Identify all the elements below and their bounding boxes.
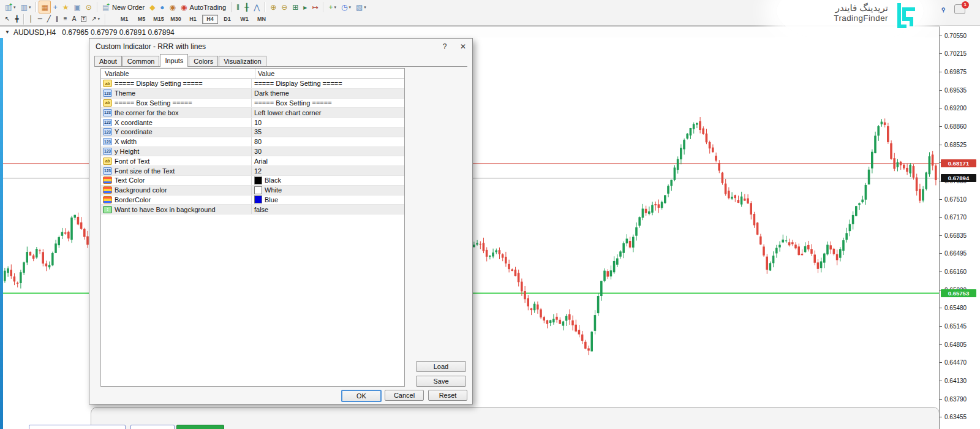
chart-collapse-icon[interactable]: ▼: [5, 29, 10, 35]
value-cell[interactable]: 30: [252, 147, 404, 156]
value-cell[interactable]: Blue: [252, 196, 404, 205]
input-row[interactable]: Background colorWhite: [101, 186, 404, 196]
input-row[interactable]: BorderColorBlue: [101, 196, 404, 205]
value-cell[interactable]: ===== Display Setting =====: [252, 79, 404, 88]
fibonacci-button[interactable]: ≡: [61, 14, 70, 24]
zoom-in-button[interactable]: ⊕: [268, 1, 279, 13]
input-row[interactable]: 123Y coordinate35: [101, 127, 404, 137]
tab-visualization[interactable]: Visualization: [219, 56, 266, 67]
string-param-icon: ab: [103, 99, 112, 107]
navigator-button[interactable]: ★: [60, 1, 72, 13]
timeframe-h4-button[interactable]: H4: [202, 15, 218, 24]
community-button[interactable]: ●: [157, 1, 167, 13]
dialog-close-button[interactable]: ✕: [454, 40, 472, 53]
value-cell[interactable]: ===== Box Setting =====: [252, 99, 404, 108]
new-chart-dropdown-icon[interactable]: ▾: [13, 5, 16, 10]
input-row[interactable]: abFont of TextArial: [101, 156, 404, 166]
crosshair-button[interactable]: ╋: [12, 14, 21, 24]
toolbar-divider: [105, 14, 105, 25]
candlestick-chart-button[interactable]: ╂: [242, 1, 251, 13]
timeframe-m15-button[interactable]: M15: [151, 15, 167, 24]
input-row[interactable]: 123Font size of the Text12: [101, 166, 404, 176]
arrows-dropdown-icon[interactable]: ▾: [98, 17, 100, 21]
new-chart-button[interactable]: ▥+▾: [2, 1, 18, 13]
periods-button[interactable]: ◷▾: [339, 1, 353, 13]
price-axis[interactable]: 0.705500.702150.698750.695350.692000.688…: [939, 26, 980, 429]
input-row[interactable]: 123X width80: [101, 137, 404, 147]
label-button[interactable]: T: [78, 14, 89, 24]
bar-chart-button[interactable]: ‖: [234, 1, 242, 13]
trendline-button[interactable]: ╱: [45, 14, 53, 24]
value-cell[interactable]: 10: [252, 118, 404, 127]
input-row[interactable]: ab===== Display Setting ========== Displ…: [101, 79, 404, 89]
timeframe-m30-button[interactable]: M30: [168, 15, 184, 24]
auto-scroll-button[interactable]: ▸: [301, 1, 309, 13]
horizontal-line-button[interactable]: ─: [36, 14, 45, 24]
profiles-dropdown-icon[interactable]: ▾: [29, 5, 31, 10]
ok-button[interactable]: OK: [341, 390, 382, 402]
metaeditor-button[interactable]: ◆: [147, 1, 157, 13]
text-icon: A: [72, 16, 77, 22]
data-window-button[interactable]: +: [51, 1, 60, 13]
vertical-line-button[interactable]: │: [26, 14, 35, 24]
partial-button[interactable]: [29, 425, 126, 429]
tab-inputs[interactable]: Inputs: [160, 54, 188, 67]
line-chart-button[interactable]: ⋀: [251, 1, 262, 13]
input-row[interactable]: 123the corner for the boxLeft lower char…: [101, 108, 404, 118]
value-text: 12: [254, 167, 262, 175]
value-cell[interactable]: Left lower chart corner: [252, 108, 404, 117]
globe-button[interactable]: ◉: [167, 1, 178, 13]
text-button[interactable]: A: [70, 14, 79, 24]
tab-common[interactable]: Common: [123, 56, 160, 67]
value-cell[interactable]: Arial: [252, 156, 404, 165]
value-cell[interactable]: false: [252, 205, 404, 214]
value-cell[interactable]: 35: [252, 127, 404, 137]
value-cell[interactable]: 80: [252, 137, 404, 146]
timeframe-h1-button[interactable]: H1: [185, 15, 201, 24]
partial-button[interactable]: [130, 425, 175, 429]
profiles-button[interactable]: ▥▾: [18, 1, 34, 13]
value-cell[interactable]: White: [252, 186, 404, 195]
equidistant-channel-button[interactable]: ∥: [53, 14, 61, 24]
cursor-button[interactable]: ↖: [2, 14, 12, 24]
input-row[interactable]: 123ThemeDark theme: [101, 89, 404, 99]
save-button[interactable]: Save: [416, 376, 466, 387]
timeframe-m1-button[interactable]: M1: [116, 15, 132, 24]
partial-button[interactable]: [176, 425, 224, 429]
input-row[interactable]: Text ColorBlack: [101, 176, 404, 186]
market-watch-button[interactable]: ▦: [39, 1, 50, 13]
input-row[interactable]: 123X coordiante10: [101, 118, 404, 127]
reset-button[interactable]: Reset: [428, 390, 467, 401]
dialog-title-bar[interactable]: Custom Indicator - RRR with lines ? ✕: [89, 39, 472, 55]
templates-button[interactable]: ▧▾: [353, 1, 369, 13]
periods-dropdown-icon[interactable]: ▾: [349, 5, 351, 10]
variable-name: Y coordinate: [115, 128, 153, 135]
chart-shift-button[interactable]: ↦: [309, 1, 320, 13]
new-order-button[interactable]: ▤+New Order: [100, 1, 147, 13]
templates-dropdown-icon[interactable]: ▾: [364, 5, 366, 10]
input-row[interactable]: ↕Want to have Box in bagckgroundfalse: [101, 205, 404, 214]
strategy-tester-button[interactable]: ⊙: [83, 1, 94, 13]
terminal-button[interactable]: ▣: [72, 1, 83, 13]
value-cell[interactable]: Dark theme: [252, 89, 404, 98]
value-cell[interactable]: Black: [252, 176, 404, 185]
timeframe-w1-button[interactable]: W1: [236, 15, 252, 24]
input-row[interactable]: ab===== Box Setting ========== Box Setti…: [101, 99, 404, 108]
tile-windows-button[interactable]: ⊞: [290, 1, 301, 13]
timeframe-d1-button[interactable]: D1: [219, 15, 235, 24]
cancel-button[interactable]: Cancel: [385, 390, 424, 401]
tab-colors[interactable]: Colors: [189, 56, 218, 67]
zoom-out-button[interactable]: ⊖: [279, 1, 290, 13]
notification-icon[interactable]: 1: [954, 4, 965, 14]
arrows-button[interactable]: ↗▾: [89, 14, 102, 24]
tab-about[interactable]: About: [94, 56, 122, 67]
timeframe-m5-button[interactable]: M5: [134, 15, 149, 24]
indicators-button[interactable]: +▾: [326, 1, 339, 13]
indicators-dropdown-icon[interactable]: ▾: [334, 5, 336, 10]
autotrading-button[interactable]: ◉AutoTrading: [178, 1, 228, 13]
timeframe-mn-button[interactable]: MN: [254, 15, 270, 24]
load-button[interactable]: Load: [416, 361, 466, 372]
value-cell[interactable]: 12: [252, 166, 404, 175]
dialog-help-button[interactable]: ?: [435, 40, 454, 53]
input-row[interactable]: 123y Height30: [101, 147, 404, 157]
